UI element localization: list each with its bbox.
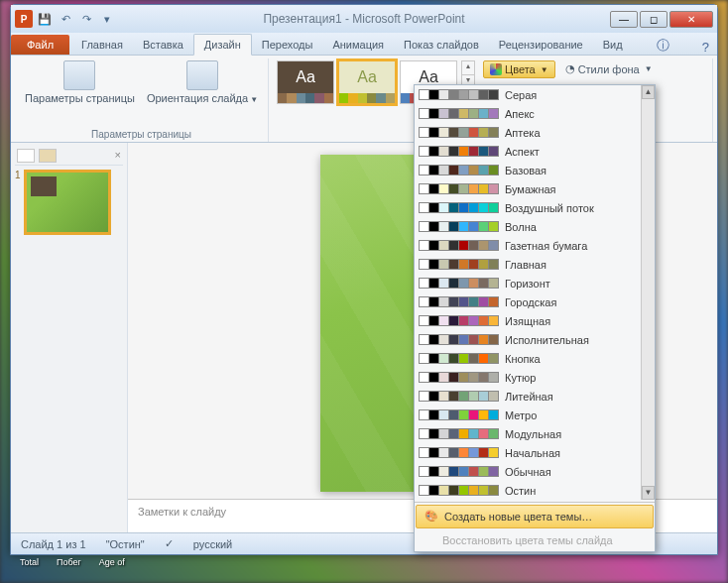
color-scheme-item[interactable]: Литейная bbox=[415, 387, 641, 406]
scheme-label: Метро bbox=[505, 409, 537, 421]
color-wheel-icon bbox=[490, 63, 502, 75]
color-swatch bbox=[488, 202, 499, 213]
quick-access-toolbar: P 💾 ↶ ↷ ▾ bbox=[15, 10, 116, 28]
help-icon[interactable]: ? bbox=[694, 40, 717, 55]
spellcheck-icon[interactable]: ✓ bbox=[161, 537, 178, 550]
titlebar: P 💾 ↶ ↷ ▾ Презентация1 - Microsoft Power… bbox=[11, 5, 717, 33]
outline-tab-icon[interactable] bbox=[39, 149, 57, 163]
color-scheme-item[interactable]: Кутюр bbox=[415, 368, 641, 387]
swatch-set bbox=[419, 278, 499, 289]
qat-customize-icon[interactable]: ▾ bbox=[98, 10, 116, 28]
swatch-set bbox=[419, 127, 499, 138]
color-scheme-item[interactable]: Изящная bbox=[415, 311, 641, 330]
color-scheme-item[interactable]: Начальная bbox=[415, 443, 641, 462]
dropdown-scrollbar[interactable]: ▲ ▼ bbox=[641, 85, 655, 500]
colors-label: Цвета bbox=[505, 63, 536, 75]
scheme-label: Апекс bbox=[505, 108, 535, 120]
color-scheme-item[interactable]: Воздушный поток bbox=[415, 198, 641, 217]
page-setup-button[interactable]: Параметры страницы bbox=[21, 58, 139, 107]
color-swatch bbox=[488, 165, 499, 175]
swatch-set bbox=[419, 485, 499, 496]
window-controls: — ◻ ✕ bbox=[610, 11, 713, 28]
minimize-button[interactable]: — bbox=[610, 11, 638, 28]
color-scheme-item[interactable]: Городская bbox=[415, 292, 641, 311]
swatch-set bbox=[419, 391, 499, 402]
color-scheme-item[interactable]: Главная bbox=[415, 255, 641, 274]
color-swatch bbox=[488, 409, 499, 420]
swatch-set bbox=[419, 108, 499, 119]
tab-главная[interactable]: Главная bbox=[71, 35, 133, 55]
color-swatch bbox=[488, 372, 499, 383]
color-swatch bbox=[488, 146, 499, 157]
color-swatch bbox=[488, 353, 499, 364]
color-scheme-item[interactable]: Аптека bbox=[415, 123, 641, 142]
desktop-icon[interactable]: Age of bbox=[99, 557, 125, 581]
color-scheme-item[interactable]: Аспект bbox=[415, 142, 641, 161]
scheme-label: Аспект bbox=[505, 146, 540, 158]
tab-переходы[interactable]: Переходы bbox=[252, 35, 323, 55]
language-button[interactable]: русский bbox=[189, 538, 236, 550]
tab-показ слайдов[interactable]: Показ слайдов bbox=[394, 35, 489, 55]
color-scheme-item[interactable]: Газетная бумага bbox=[415, 236, 641, 255]
create-new-label: Создать новые цвета темы… bbox=[444, 511, 592, 523]
save-icon[interactable]: 💾 bbox=[36, 10, 54, 28]
theme-thumb-selected[interactable]: Aa bbox=[338, 60, 396, 104]
scheme-label: Начальная bbox=[505, 447, 560, 459]
chevron-down-icon: ▼ bbox=[250, 95, 258, 104]
color-scheme-item[interactable]: Апекс bbox=[415, 104, 641, 123]
color-scheme-item[interactable]: Модульная bbox=[415, 424, 641, 443]
undo-icon[interactable]: ↶ bbox=[57, 10, 74, 28]
swatch-set bbox=[419, 466, 499, 477]
ribbon-tabs: Файл ГлавнаяВставкаДизайнПереходыАнимаци… bbox=[11, 33, 717, 56]
color-scheme-item[interactable]: Горизонт bbox=[415, 274, 641, 292]
slides-tab-icon[interactable] bbox=[17, 149, 35, 163]
background-styles-button[interactable]: ◔ Стили фона ▼ bbox=[561, 60, 657, 77]
maximize-button[interactable]: ◻ bbox=[640, 11, 667, 28]
palette-icon: 🎨 bbox=[425, 510, 438, 524]
redo-icon[interactable]: ↷ bbox=[77, 10, 95, 28]
slide-orientation-button[interactable]: Ориентация слайда▼ bbox=[143, 58, 262, 107]
notes-placeholder: Заметки к слайду bbox=[138, 506, 226, 518]
color-scheme-item[interactable]: Базовая bbox=[415, 161, 641, 179]
tab-рецензирование[interactable]: Рецензирование bbox=[489, 35, 593, 55]
colors-dropdown-button[interactable]: Цвета ▼ bbox=[483, 60, 555, 78]
scroll-up-icon[interactable]: ▲ bbox=[642, 85, 655, 99]
scheme-label: Исполнительная bbox=[505, 334, 589, 346]
color-swatch bbox=[488, 466, 499, 477]
scheme-label: Газетная бумага bbox=[505, 240, 587, 252]
swatch-set bbox=[419, 221, 499, 232]
theme-thumb[interactable]: Aa bbox=[277, 60, 334, 104]
color-scheme-item[interactable]: Серая bbox=[415, 85, 641, 104]
tab-анимация[interactable]: Анимация bbox=[322, 35, 394, 55]
tab-вставка[interactable]: Вставка bbox=[133, 35, 193, 55]
slide-thumbnail[interactable]: 1 bbox=[15, 170, 123, 235]
slide-preview bbox=[24, 170, 111, 235]
file-tab[interactable]: Файл bbox=[11, 35, 69, 55]
color-scheme-item[interactable]: Остин bbox=[415, 481, 641, 500]
close-button[interactable]: ✕ bbox=[669, 11, 713, 28]
paint-icon: ◔ bbox=[565, 62, 575, 75]
color-scheme-item[interactable]: Метро bbox=[415, 406, 641, 424]
color-swatch bbox=[488, 334, 499, 345]
color-swatch bbox=[488, 127, 499, 138]
ribbon-minimize-icon[interactable]: ⓘ bbox=[649, 37, 677, 55]
scheme-label: Серая bbox=[505, 89, 537, 101]
desktop-icon[interactable]: Total bbox=[20, 557, 39, 581]
color-scheme-item[interactable]: Обычная bbox=[415, 462, 641, 481]
chevron-down-icon: ▼ bbox=[541, 65, 548, 74]
desktop-icon[interactable]: Побег bbox=[57, 557, 81, 581]
create-new-colors[interactable]: 🎨 Создать новые цвета темы… bbox=[416, 505, 654, 528]
color-scheme-item[interactable]: Кнопка bbox=[415, 349, 641, 368]
color-scheme-item[interactable]: Исполнительная bbox=[415, 330, 641, 349]
color-scheme-item[interactable]: Бумажная bbox=[415, 179, 641, 198]
scroll-down-icon[interactable]: ▼ bbox=[642, 486, 655, 500]
group-label: Параметры страницы bbox=[21, 127, 262, 142]
tab-дизайн[interactable]: Дизайн bbox=[193, 34, 252, 56]
close-panel-icon[interactable]: × bbox=[115, 149, 121, 163]
color-scheme-item[interactable]: Волна bbox=[415, 217, 641, 236]
color-swatch bbox=[488, 447, 499, 458]
scheme-label: Воздушный поток bbox=[505, 202, 594, 214]
color-swatch bbox=[488, 108, 499, 119]
slide-counter: Слайд 1 из 1 bbox=[17, 538, 90, 550]
tab-вид[interactable]: Вид bbox=[593, 35, 633, 55]
